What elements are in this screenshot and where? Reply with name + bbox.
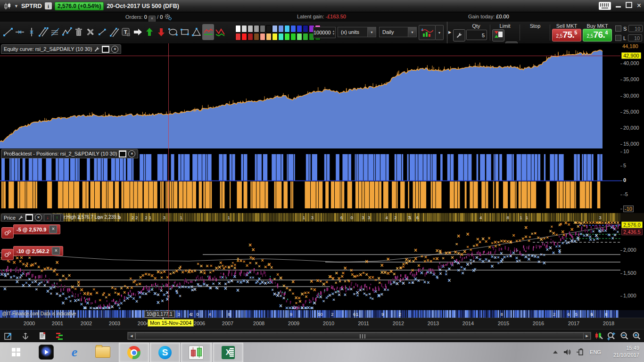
import-down-icon[interactable]: ↓ <box>44 214 51 222</box>
palette-swatch[interactable] <box>278 33 284 41</box>
position-settings-gear-1[interactable] <box>1 227 14 239</box>
instrument-symbol[interactable]: SPTRD <box>21 2 42 9</box>
palette-swatch[interactable] <box>248 33 253 41</box>
chrome-taskbar-icon[interactable] <box>119 343 149 362</box>
anchor-icon[interactable] <box>20 331 31 341</box>
positions-panel-tab[interactable]: ProBacktest - Positions: rsi_2_S&PDAILY … <box>1 149 138 158</box>
instrument-dropdown-caret[interactable]: ▼ <box>14 4 18 8</box>
palette-swatch[interactable] <box>241 33 247 41</box>
settings-tools-tool[interactable] <box>84 24 96 40</box>
zigzag-indicator-tool[interactable] <box>214 24 226 40</box>
palette-swatch[interactable] <box>248 25 253 33</box>
line-chart-tool[interactable] <box>202 24 214 40</box>
info-icon[interactable]: i <box>45 2 52 9</box>
excel-taskbar-icon[interactable]: X <box>213 343 243 362</box>
palette-swatch[interactable] <box>297 33 302 41</box>
wrench-icon[interactable] <box>17 214 24 221</box>
close-icon[interactable]: × <box>35 214 42 221</box>
palette-swatch[interactable] <box>290 33 296 41</box>
quantity-value[interactable]: 100000 <box>314 30 332 35</box>
channel-tool[interactable] <box>108 24 120 40</box>
order-book-icon[interactable] <box>54 331 65 341</box>
qty-field[interactable]: 5 <box>466 30 487 40</box>
close-position-icon[interactable]: × <box>49 225 57 233</box>
palette-swatch[interactable] <box>284 33 290 41</box>
chart-settings-icon[interactable] <box>593 331 604 341</box>
arrow-right-tool[interactable] <box>132 24 143 40</box>
timeframe-dropdown[interactable]: Daily▼ <box>379 27 417 37</box>
equity-panel-tab[interactable]: Equity curve: rsi_2_S&PDAILY (10 30) × <box>1 44 121 54</box>
palette-swatch[interactable] <box>284 25 290 33</box>
l-value-field[interactable]: 10 <box>628 34 642 41</box>
zoom-fit-icon[interactable] <box>605 331 617 341</box>
palette-swatch[interactable] <box>235 33 241 41</box>
ellipse-tool[interactable] <box>167 24 179 40</box>
taskbar-clock[interactable]: 15:49 21/10/2017 <box>613 345 639 359</box>
chart-type-button[interactable]: + <box>419 25 436 40</box>
palette-swatch[interactable] <box>266 33 272 41</box>
palette-swatch[interactable] <box>266 25 272 33</box>
palette-swatch[interactable] <box>254 25 259 33</box>
position-tag-2[interactable]: -10 @ 2,562.2× <box>13 246 63 256</box>
palette-swatch[interactable] <box>272 33 278 41</box>
vertical-line-tool[interactable] <box>25 24 37 40</box>
horizontal-scrollbar[interactable]: ◀ ▶ <box>127 332 591 340</box>
segment-tool[interactable] <box>96 24 108 40</box>
buy-mkt-button[interactable]: 2,576.4 <box>583 29 612 41</box>
internet-explorer-taskbar-icon[interactable]: e <box>63 343 86 362</box>
palette-swatch[interactable] <box>290 25 296 33</box>
zoom-in-icon[interactable] <box>631 331 642 341</box>
close-position-icon[interactable]: × <box>52 247 60 255</box>
minimize-button[interactable] <box>616 1 621 10</box>
quantity-stepper[interactable]: 100000 ▲▼ <box>313 27 336 38</box>
window-icon[interactable] <box>25 214 33 221</box>
position-settings-gear-2[interactable] <box>1 249 14 260</box>
window-icon[interactable] <box>102 46 109 53</box>
media-player-taskbar-icon[interactable] <box>35 343 58 362</box>
l-checkbox[interactable] <box>615 35 621 41</box>
palette-swatch[interactable] <box>241 25 247 33</box>
chart-type-dropdown[interactable]: ▼ <box>435 25 444 40</box>
price-chart-panel[interactable]: ××××××××××××××××××××××××××××××××××××××××… <box>0 222 644 310</box>
export-up-icon[interactable]: ↑ <box>53 214 61 222</box>
scroll-right-arrow[interactable]: ▶ <box>583 332 591 339</box>
zoom-out-icon[interactable] <box>619 331 630 341</box>
language-indicator[interactable]: ENG <box>587 343 603 362</box>
tray-expand-icon[interactable] <box>551 343 560 362</box>
positions-panel[interactable]: ProBacktest - Positions: rsi_2_S&PDAILY … <box>0 148 644 214</box>
wrench-icon[interactable] <box>94 46 100 52</box>
fibonacci-tool[interactable] <box>49 24 61 40</box>
restore-button[interactable] <box>626 1 632 10</box>
horizontal-line-tool[interactable] <box>14 24 25 40</box>
equity-curve-chart[interactable] <box>0 43 620 148</box>
close-icon[interactable]: × <box>128 150 135 157</box>
time-axis[interactable]: 2000200120022003200420062007200820092010… <box>0 318 644 329</box>
prorealtime-taskbar-icon[interactable] <box>181 343 212 362</box>
triangle-tool[interactable] <box>190 24 202 40</box>
price-scatter-chart[interactable]: ××××××××××××××××××××××××××××××××××××××××… <box>0 222 620 310</box>
palette-swatch[interactable] <box>303 25 308 33</box>
s-value-field[interactable]: 10 <box>628 25 643 32</box>
text-tool[interactable]: T <box>120 24 132 40</box>
arrow-up-tool[interactable] <box>143 24 155 40</box>
expander-icon[interactable]: ▶ <box>448 30 451 34</box>
rectangle-tool[interactable] <box>179 24 190 40</box>
start-button[interactable] <box>4 343 28 362</box>
trend-line-tool[interactable] <box>2 24 14 40</box>
orders-settings-gear-icon[interactable] <box>164 14 172 20</box>
position-tag-1[interactable]: -5 @ 2,570.9× <box>13 224 60 234</box>
arrow-down-tool[interactable] <box>155 24 167 40</box>
skype-taskbar-icon[interactable]: S <box>150 343 180 362</box>
price-panel-tab[interactable]: Price × ↓ ↑ <box>1 214 64 222</box>
palette-swatch[interactable] <box>260 33 265 41</box>
palette-swatch[interactable] <box>297 25 302 33</box>
parallel-lines-tool[interactable] <box>37 24 49 40</box>
scroll-left-arrow[interactable]: ◀ <box>128 332 135 339</box>
palette-swatch[interactable] <box>272 25 278 33</box>
palette-swatch[interactable] <box>235 25 241 33</box>
volume-icon[interactable] <box>562 343 573 362</box>
power-plug-icon[interactable] <box>574 343 586 362</box>
cancel-orders-icon[interactable]: × <box>149 16 156 22</box>
window-icon[interactable] <box>119 150 126 157</box>
delete-tool[interactable] <box>73 24 84 40</box>
